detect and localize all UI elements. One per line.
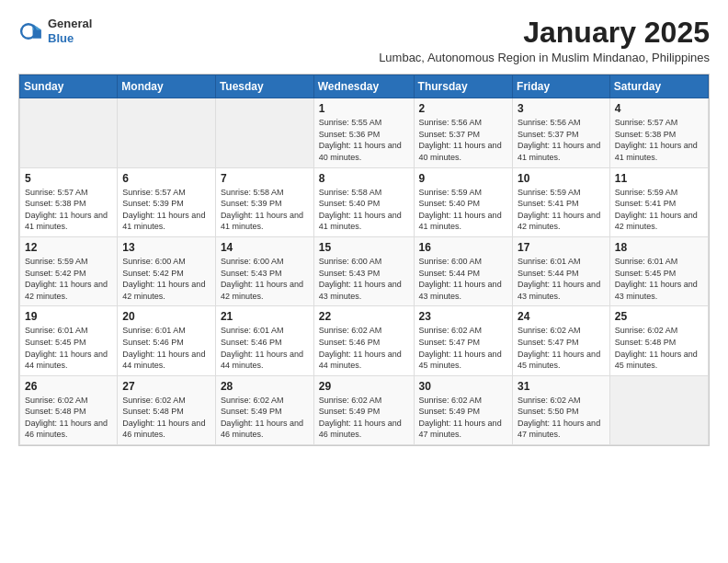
- day-content: Sunrise: 6:01 AMSunset: 5:45 PMDaylight:…: [25, 325, 112, 371]
- day-content: Sunrise: 6:02 AMSunset: 5:48 PMDaylight:…: [122, 395, 210, 441]
- day-number: 30: [419, 380, 508, 393]
- day-content: Sunrise: 6:01 AMSunset: 5:46 PMDaylight:…: [221, 325, 309, 371]
- day-number: 4: [615, 102, 703, 115]
- logo-text: General Blue: [48, 17, 92, 45]
- calendar-week-row: 12Sunrise: 5:59 AMSunset: 5:42 PMDayligh…: [20, 236, 709, 305]
- calendar-cell: 25Sunrise: 6:02 AMSunset: 5:48 PMDayligh…: [609, 306, 708, 375]
- calendar-cell: [215, 98, 313, 167]
- calendar-cell: 24Sunrise: 6:02 AMSunset: 5:47 PMDayligh…: [513, 306, 610, 375]
- day-number: 28: [221, 380, 309, 393]
- calendar-cell: 19Sunrise: 6:01 AMSunset: 5:45 PMDayligh…: [20, 306, 118, 375]
- day-content: Sunrise: 6:01 AMSunset: 5:44 PMDaylight:…: [518, 256, 605, 302]
- day-number: 12: [25, 241, 112, 254]
- day-content: Sunrise: 6:02 AMSunset: 5:49 PMDaylight:…: [319, 395, 409, 441]
- day-number: 9: [419, 172, 508, 185]
- calendar-cell: 8Sunrise: 5:58 AMSunset: 5:40 PMDaylight…: [313, 167, 414, 236]
- day-number: 26: [25, 380, 112, 393]
- day-content: Sunrise: 6:01 AMSunset: 5:45 PMDaylight:…: [615, 256, 703, 302]
- calendar-table: SundayMondayTuesdayWednesdayThursdayFrid…: [19, 75, 709, 445]
- day-content: Sunrise: 5:57 AMSunset: 5:39 PMDaylight:…: [122, 187, 210, 233]
- day-number: 29: [319, 380, 409, 393]
- calendar-cell: 27Sunrise: 6:02 AMSunset: 5:48 PMDayligh…: [118, 375, 216, 444]
- day-number: 25: [615, 310, 703, 323]
- weekday-header: Wednesday: [313, 75, 414, 98]
- month-title: January 2025: [101, 17, 710, 49]
- day-content: Sunrise: 6:01 AMSunset: 5:46 PMDaylight:…: [122, 325, 210, 371]
- weekday-header: Friday: [513, 75, 610, 98]
- calendar-cell: 6Sunrise: 5:57 AMSunset: 5:39 PMDaylight…: [118, 167, 216, 236]
- day-number: 16: [419, 241, 508, 254]
- calendar-cell: 22Sunrise: 6:02 AMSunset: 5:46 PMDayligh…: [313, 306, 414, 375]
- calendar-cell: 11Sunrise: 5:59 AMSunset: 5:41 PMDayligh…: [609, 167, 708, 236]
- calendar-cell: [118, 98, 216, 167]
- calendar-cell: 15Sunrise: 6:00 AMSunset: 5:43 PMDayligh…: [313, 236, 414, 305]
- logo: General Blue: [18, 17, 92, 45]
- calendar-cell: 20Sunrise: 6:01 AMSunset: 5:46 PMDayligh…: [118, 306, 216, 375]
- calendar-cell: 5Sunrise: 5:57 AMSunset: 5:38 PMDaylight…: [20, 167, 118, 236]
- calendar: SundayMondayTuesdayWednesdayThursdayFrid…: [18, 74, 710, 446]
- calendar-cell: 1Sunrise: 5:55 AMSunset: 5:36 PMDaylight…: [313, 98, 414, 167]
- day-content: Sunrise: 5:58 AMSunset: 5:39 PMDaylight:…: [221, 187, 309, 233]
- calendar-body: 1Sunrise: 5:55 AMSunset: 5:36 PMDaylight…: [20, 98, 709, 445]
- day-number: 8: [319, 172, 409, 185]
- day-number: 6: [122, 172, 210, 185]
- calendar-week-row: 1Sunrise: 5:55 AMSunset: 5:36 PMDaylight…: [20, 98, 709, 167]
- day-content: Sunrise: 6:02 AMSunset: 5:47 PMDaylight:…: [518, 325, 605, 371]
- day-content: Sunrise: 5:59 AMSunset: 5:40 PMDaylight:…: [419, 187, 508, 233]
- day-content: Sunrise: 5:57 AMSunset: 5:38 PMDaylight:…: [25, 187, 112, 233]
- day-content: Sunrise: 6:02 AMSunset: 5:48 PMDaylight:…: [615, 325, 703, 371]
- calendar-cell: 13Sunrise: 6:00 AMSunset: 5:42 PMDayligh…: [118, 236, 216, 305]
- page: General Blue January 2025 Lumbac, Autono…: [0, 0, 728, 459]
- day-content: Sunrise: 6:02 AMSunset: 5:49 PMDaylight:…: [221, 395, 309, 441]
- day-content: Sunrise: 6:00 AMSunset: 5:43 PMDaylight:…: [221, 256, 309, 302]
- day-number: 18: [615, 241, 703, 254]
- calendar-cell: 3Sunrise: 5:56 AMSunset: 5:37 PMDaylight…: [513, 98, 610, 167]
- calendar-cell: 29Sunrise: 6:02 AMSunset: 5:49 PMDayligh…: [313, 375, 414, 444]
- day-content: Sunrise: 6:02 AMSunset: 5:46 PMDaylight:…: [319, 325, 409, 371]
- day-content: Sunrise: 6:02 AMSunset: 5:49 PMDaylight:…: [419, 395, 508, 441]
- day-content: Sunrise: 6:00 AMSunset: 5:42 PMDaylight:…: [122, 256, 210, 302]
- calendar-cell: 21Sunrise: 6:01 AMSunset: 5:46 PMDayligh…: [215, 306, 313, 375]
- day-number: 13: [122, 241, 210, 254]
- day-content: Sunrise: 6:00 AMSunset: 5:43 PMDaylight:…: [319, 256, 409, 302]
- day-number: 5: [25, 172, 112, 185]
- calendar-cell: 9Sunrise: 5:59 AMSunset: 5:40 PMDaylight…: [414, 167, 513, 236]
- day-number: 19: [25, 310, 112, 323]
- calendar-cell: 16Sunrise: 6:00 AMSunset: 5:44 PMDayligh…: [414, 236, 513, 305]
- day-content: Sunrise: 6:00 AMSunset: 5:44 PMDaylight:…: [419, 256, 508, 302]
- day-content: Sunrise: 6:02 AMSunset: 5:47 PMDaylight:…: [419, 325, 508, 371]
- calendar-cell: 7Sunrise: 5:58 AMSunset: 5:39 PMDaylight…: [215, 167, 313, 236]
- day-content: Sunrise: 5:57 AMSunset: 5:38 PMDaylight:…: [615, 117, 703, 163]
- weekday-header: Sunday: [20, 75, 118, 98]
- calendar-header: SundayMondayTuesdayWednesdayThursdayFrid…: [20, 75, 709, 98]
- subtitle: Lumbac, Autonomous Region in Muslim Mind…: [101, 51, 710, 64]
- weekday-row: SundayMondayTuesdayWednesdayThursdayFrid…: [20, 75, 709, 98]
- calendar-cell: 23Sunrise: 6:02 AMSunset: 5:47 PMDayligh…: [414, 306, 513, 375]
- calendar-cell: 10Sunrise: 5:59 AMSunset: 5:41 PMDayligh…: [513, 167, 610, 236]
- day-number: 7: [221, 172, 309, 185]
- day-number: 24: [518, 310, 605, 323]
- calendar-week-row: 19Sunrise: 6:01 AMSunset: 5:45 PMDayligh…: [20, 306, 709, 375]
- logo-icon: [18, 18, 44, 44]
- calendar-cell: [609, 375, 708, 444]
- day-number: 10: [518, 172, 605, 185]
- calendar-cell: 4Sunrise: 5:57 AMSunset: 5:38 PMDaylight…: [609, 98, 708, 167]
- weekday-header: Monday: [118, 75, 216, 98]
- day-content: Sunrise: 6:02 AMSunset: 5:48 PMDaylight:…: [25, 395, 112, 441]
- day-number: 15: [319, 241, 409, 254]
- calendar-cell: [20, 98, 118, 167]
- calendar-cell: 17Sunrise: 6:01 AMSunset: 5:44 PMDayligh…: [513, 236, 610, 305]
- calendar-cell: 12Sunrise: 5:59 AMSunset: 5:42 PMDayligh…: [20, 236, 118, 305]
- calendar-cell: 31Sunrise: 6:02 AMSunset: 5:50 PMDayligh…: [513, 375, 610, 444]
- calendar-cell: 14Sunrise: 6:00 AMSunset: 5:43 PMDayligh…: [215, 236, 313, 305]
- day-content: Sunrise: 5:56 AMSunset: 5:37 PMDaylight:…: [518, 117, 605, 163]
- logo-line1: General: [48, 17, 92, 31]
- calendar-cell: 2Sunrise: 5:56 AMSunset: 5:37 PMDaylight…: [414, 98, 513, 167]
- day-number: 22: [319, 310, 409, 323]
- day-number: 31: [518, 380, 605, 393]
- day-number: 20: [122, 310, 210, 323]
- logo-line2: Blue: [48, 31, 92, 46]
- calendar-cell: 18Sunrise: 6:01 AMSunset: 5:45 PMDayligh…: [609, 236, 708, 305]
- day-number: 3: [518, 102, 605, 115]
- weekday-header: Tuesday: [215, 75, 313, 98]
